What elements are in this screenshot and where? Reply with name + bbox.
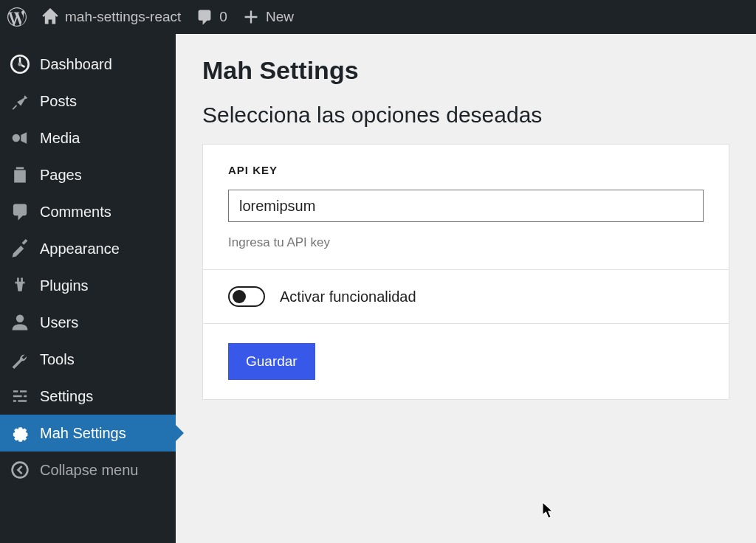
wp-logo[interactable] — [7, 7, 27, 27]
sidebar-item-label: Plugins — [40, 277, 89, 294]
svg-point-2 — [13, 134, 20, 142]
sidebar-item-users[interactable]: Users — [0, 304, 176, 341]
sidebar-item-mah-settings[interactable]: Mah Settings — [0, 415, 176, 452]
sidebar-item-label: Dashboard — [40, 56, 112, 73]
new-label: New — [266, 9, 294, 25]
sidebar-item-label: Pages — [40, 167, 82, 184]
site-name: mah-settings-react — [65, 9, 181, 25]
sidebar-collapse[interactable]: Collapse menu — [0, 452, 176, 488]
dashboard-icon — [10, 55, 30, 74]
comment-icon — [10, 202, 30, 221]
collapse-label: Collapse menu — [40, 462, 138, 479]
feature-toggle[interactable] — [228, 286, 265, 307]
plus-icon — [242, 8, 260, 26]
api-key-input[interactable] — [228, 190, 704, 222]
toolbar-new[interactable]: New — [242, 8, 294, 26]
main-content: Mah Settings Selecciona las opciones des… — [176, 34, 756, 543]
sidebar-item-dashboard[interactable]: Dashboard — [0, 46, 176, 83]
sidebar-item-posts[interactable]: Posts — [0, 83, 176, 120]
api-key-help: Ingresa tu API key — [228, 235, 704, 250]
user-icon — [10, 313, 30, 332]
svg-point-3 — [16, 315, 24, 322]
comments-count: 0 — [219, 9, 227, 25]
page-title: Mah Settings — [202, 56, 729, 85]
save-section: Guardar — [203, 324, 729, 399]
settings-panel: API KEY Ingresa tu API key Activar funci… — [202, 144, 729, 400]
sidebar-item-appearance[interactable]: Appearance — [0, 230, 176, 267]
save-button[interactable]: Guardar — [228, 343, 315, 380]
svg-point-1 — [18, 62, 21, 66]
sidebar-item-label: Users — [40, 314, 78, 331]
sidebar-item-label: Comments — [40, 204, 111, 221]
toggle-section: Activar funcionalidad — [203, 270, 729, 324]
toggle-knob — [233, 290, 246, 303]
toolbar-comments[interactable]: 0 — [196, 8, 227, 26]
sidebar-item-label: Posts — [40, 93, 77, 110]
toolbar-site-link[interactable]: mah-settings-react — [41, 8, 181, 26]
brush-icon — [10, 239, 30, 258]
page-subtitle: Selecciona las opciones deseadas — [202, 103, 729, 128]
comment-icon — [196, 8, 213, 26]
admin-toolbar: mah-settings-react 0 New — [0, 0, 756, 34]
sidebar-item-pages[interactable]: Pages — [0, 156, 176, 193]
gear-icon — [10, 423, 30, 443]
sidebar-item-media[interactable]: Media — [0, 120, 176, 156]
sliders-icon — [10, 387, 30, 406]
media-icon — [10, 128, 30, 148]
wrench-icon — [10, 350, 30, 369]
sidebar-item-settings[interactable]: Settings — [0, 378, 176, 415]
sidebar-item-label: Settings — [40, 388, 93, 405]
sidebar-item-plugins[interactable]: Plugins — [0, 267, 176, 304]
sidebar-item-label: Appearance — [40, 241, 120, 257]
sidebar-item-comments[interactable]: Comments — [0, 193, 176, 230]
wordpress-icon — [7, 7, 27, 27]
home-icon — [41, 8, 59, 26]
api-key-section: API KEY Ingresa tu API key — [203, 145, 729, 270]
sidebar-item-label: Tools — [40, 351, 75, 368]
admin-sidebar: Dashboard Posts Media Pages Comments App… — [0, 34, 176, 543]
svg-point-4 — [13, 463, 28, 478]
sidebar-item-label: Media — [40, 130, 80, 147]
sidebar-item-label: Mah Settings — [40, 425, 126, 442]
pin-icon — [10, 91, 30, 111]
toggle-label: Activar funcionalidad — [280, 288, 416, 305]
api-key-label: API KEY — [228, 164, 704, 176]
plugin-icon — [10, 276, 30, 295]
pages-icon — [10, 165, 30, 184]
sidebar-item-tools[interactable]: Tools — [0, 341, 176, 378]
collapse-icon — [10, 460, 30, 480]
